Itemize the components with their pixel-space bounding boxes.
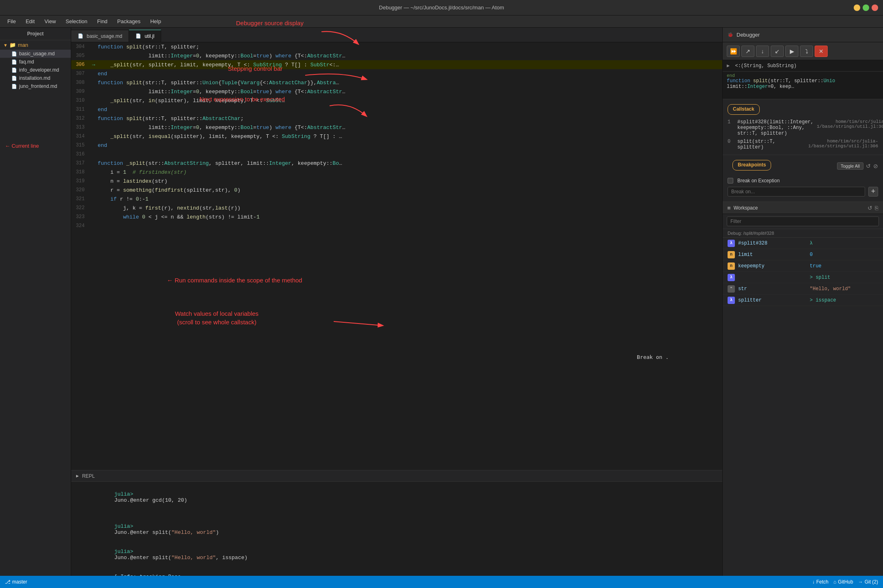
- workspace-filter-input[interactable]: [727, 216, 879, 226]
- titlebar: Debugger — ~/src/JunoDocs.jl/docs/src/ma…: [0, 0, 883, 15]
- menubar: File Edit View Selection Find Packages H…: [0, 15, 883, 28]
- line-number: 321: [71, 196, 90, 202]
- status-fetch[interactable]: ↓ Fetch: [812, 579, 828, 585]
- break-on-input[interactable]: [728, 187, 865, 197]
- callstack-info: split(str::T, splitter): [737, 139, 805, 150]
- debugger-panel: 🐞 Debugger ⏩ ↗ ↓ ↙ ▶ ⤵ ✕ ▶ <:(String, Su…: [722, 28, 883, 588]
- console-command: Juno.@enter split("Hello, world"): [114, 529, 219, 536]
- annotation-current-line: ← Current line: [0, 139, 71, 153]
- step-out-button[interactable]: ↗: [741, 46, 754, 57]
- tab-file-icon: 📄: [78, 33, 83, 39]
- callstack-fn: split(str::T,: [737, 139, 805, 144]
- ws-var-name: keepempty: [738, 263, 807, 269]
- callstack-label: Callstack: [723, 103, 883, 118]
- sidebar-item-info-developer[interactable]: 📄 info_developer.md: [0, 66, 71, 74]
- code-line-316: 316: [71, 150, 722, 159]
- code-line-309: 309 limit::Integer=0, keepempty::Bool=tr…: [71, 87, 722, 96]
- status-github[interactable]: ⌂ GitHub: [833, 579, 853, 585]
- file-icon: 📄: [11, 59, 17, 65]
- console-line-1: julia> Juno.@enter gcd(10, 20): [76, 485, 717, 509]
- sidebar-item-basic-usage[interactable]: 📄 basic_usage.md: [0, 50, 71, 58]
- line-number: 319: [71, 178, 90, 184]
- menu-packages[interactable]: Packages: [113, 17, 144, 26]
- break-on-exception-item[interactable]: Break on Exception: [723, 176, 883, 185]
- maximize-button[interactable]: [863, 4, 869, 11]
- code-line-322: 322 j, k = first(r), nextind(str,last(r)…: [71, 203, 722, 212]
- workspace-row-keepempty[interactable]: n keepempty true: [723, 260, 883, 272]
- debugger-title: Debugger: [737, 32, 760, 38]
- window-controls: [854, 4, 878, 11]
- workspace-controls: ↺ ⎘: [868, 205, 878, 211]
- break-on-exception-checkbox[interactable]: [728, 178, 733, 184]
- add-breakpoint-button[interactable]: +: [868, 187, 878, 197]
- toggle-all-button[interactable]: Toggle All: [837, 162, 863, 170]
- line-content: end: [98, 71, 107, 77]
- ws-var-value: λ: [810, 240, 878, 246]
- workspace-row-lambda[interactable]: λ > split: [723, 272, 883, 283]
- console-content[interactable]: julia> Juno.@enter gcd(10, 20) julia> Ju…: [71, 482, 722, 588]
- stop-button[interactable]: ✕: [815, 46, 828, 57]
- callstack-num: 0: [728, 139, 734, 144]
- menu-view[interactable]: View: [40, 17, 60, 26]
- debugger-header: 🐞 Debugger: [723, 28, 883, 42]
- sidebar-file-label: faq.md: [19, 59, 34, 65]
- clear-button[interactable]: ⊘: [873, 162, 878, 170]
- line-number: 312: [71, 116, 90, 121]
- line-number: 310: [71, 98, 90, 103]
- step-into-button[interactable]: ↓: [756, 46, 769, 57]
- refresh-button[interactable]: ↺: [866, 162, 871, 170]
- sidebar-file-label: juno_frontend.md: [19, 83, 57, 89]
- workspace-row-split[interactable]: λ #split#328 λ: [723, 238, 883, 249]
- minimize-button[interactable]: [854, 4, 860, 11]
- next-button[interactable]: ▶: [785, 46, 798, 57]
- tab-util-jl[interactable]: 📄 util.jl: [129, 30, 161, 42]
- workspace-refresh-button[interactable]: ↺: [868, 205, 872, 211]
- line-content: limit::Integer=0, keepempty::Bool=true) …: [98, 89, 345, 95]
- workspace-row-limit[interactable]: n limit 0: [723, 249, 883, 260]
- code-editor[interactable]: 304 function split(str::T, splitter; 305…: [71, 42, 722, 470]
- step-back-button[interactable]: ⤵: [800, 46, 813, 57]
- line-number: 304: [71, 44, 90, 50]
- debugger-icon: 🐞: [728, 32, 733, 37]
- workspace-row-splitter[interactable]: λ splitter > isspace: [723, 295, 883, 306]
- status-git[interactable]: → Git (2): [858, 579, 878, 585]
- continue-button[interactable]: ⏩: [727, 46, 740, 57]
- workspace-copy-button[interactable]: ⎘: [875, 205, 878, 211]
- code-line-308: 308 function split(str::T, splitter::Uni…: [71, 78, 722, 87]
- code-line-321: 321 if r != 0:-1: [71, 195, 722, 203]
- callstack-entry-0[interactable]: 0 split(str::T, splitter) home/tim/src/j…: [723, 138, 883, 151]
- line-content: function split(str::T, splitter::Union{T…: [98, 80, 339, 86]
- workspace-row-str[interactable]: " str "Hello, world": [723, 283, 883, 295]
- code-line-307: 307 end: [71, 69, 722, 78]
- step-over-button[interactable]: ↙: [771, 46, 784, 57]
- sidebar: Project ▼ 📁 man 📄 basic_usage.md 📄 faq.m…: [0, 28, 71, 588]
- sidebar-item-juno-frontend[interactable]: 📄 juno_frontend.md: [0, 82, 71, 90]
- console-line-blank: [76, 510, 717, 516]
- code-lines: 304 function split(str::T, splitter; 305…: [71, 42, 722, 230]
- callstack-num: 1: [728, 119, 734, 125]
- console-line-2: julia> Juno.@enter split("Hello, world"): [76, 517, 717, 542]
- menu-help[interactable]: Help: [146, 17, 165, 26]
- ws-var-name: str: [738, 286, 807, 292]
- workspace-title: Workspace: [734, 205, 758, 211]
- sidebar-folder-man[interactable]: ▼ 📁 man: [0, 40, 71, 50]
- line-content: _split(str, splitter, limit, keepempty, …: [98, 62, 339, 68]
- source-preview: ▶ <:(String, SubString): [723, 60, 883, 72]
- console-command: Juno.@enter split("Hello, world", isspac…: [114, 555, 248, 561]
- callstack-info: #split#328(limit::Integer, keepempty::Bo…: [737, 119, 813, 136]
- console-command: Juno.@enter gcd(10, 20): [114, 497, 187, 503]
- type-badge-n: n: [728, 251, 735, 258]
- sidebar-item-installation[interactable]: 📄 installation.md: [0, 74, 71, 82]
- menu-find[interactable]: Find: [93, 17, 111, 26]
- close-button[interactable]: [872, 4, 878, 11]
- type-badge-n: n: [728, 262, 735, 270]
- menu-selection[interactable]: Selection: [61, 17, 91, 26]
- menu-edit[interactable]: Edit: [22, 17, 39, 26]
- ws-var-name: splitter: [738, 297, 807, 303]
- tab-basic-usage[interactable]: 📄 basic_usage.md: [71, 30, 129, 42]
- sidebar-item-faq[interactable]: 📄 faq.md: [0, 58, 71, 66]
- code-line-310: 310 _split(str, in(splitter), limit, kee…: [71, 96, 722, 105]
- menu-file[interactable]: File: [3, 17, 20, 26]
- status-branch[interactable]: ⎇ master: [5, 579, 27, 585]
- callstack-entry-1[interactable]: 1 #split#328(limit::Integer, keepempty::…: [723, 118, 883, 138]
